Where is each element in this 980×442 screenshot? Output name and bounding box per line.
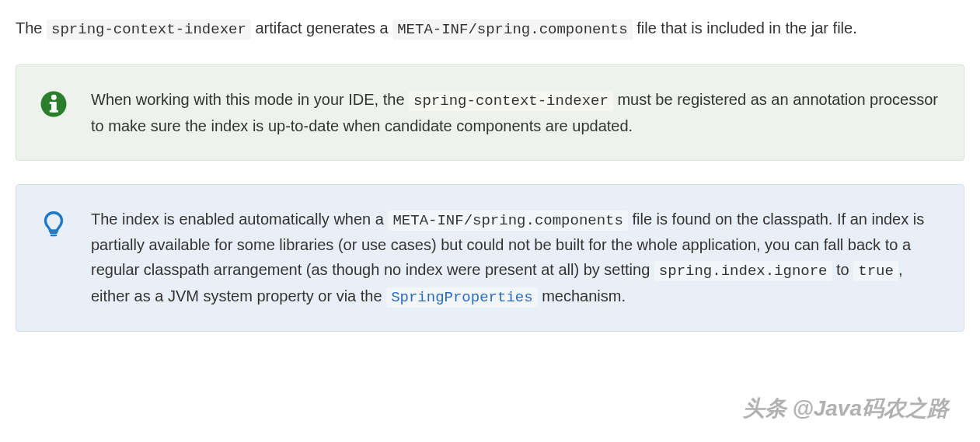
info-content: When working with this mode in your IDE,… (91, 87, 940, 137)
text-fragment: The (16, 19, 47, 37)
code-inline: spring.index.ignore (654, 261, 832, 281)
code-inline: spring-context-indexer (409, 91, 613, 111)
text-fragment: to (832, 261, 854, 278)
text-fragment: mechanism. (538, 287, 626, 305)
code-inline: true (853, 261, 898, 281)
info-icon (40, 90, 68, 118)
code-inline: spring-context-indexer (47, 19, 251, 40)
text-fragment: file that is included in the jar file. (633, 19, 857, 37)
info-admonition: When working with this mode in your IDE,… (16, 64, 964, 160)
text-fragment: The index is enabled automatically when … (91, 211, 388, 228)
tip-content: The index is enabled automatically when … (91, 207, 940, 309)
code-inline: META-INF/spring.components (392, 19, 632, 40)
text-fragment: artifact generates a (251, 19, 392, 37)
intro-paragraph: The spring-context-indexer artifact gene… (16, 16, 964, 41)
svg-rect-2 (50, 102, 54, 104)
svg-rect-3 (50, 110, 58, 113)
link-springproperties[interactable]: SpringProperties (386, 287, 537, 308)
svg-point-4 (51, 95, 57, 100)
lightbulb-icon (40, 210, 68, 238)
code-inline: META-INF/spring.components (388, 211, 627, 231)
tip-admonition: The index is enabled automatically when … (16, 184, 964, 332)
text-fragment: When working with this mode in your IDE,… (91, 91, 409, 108)
